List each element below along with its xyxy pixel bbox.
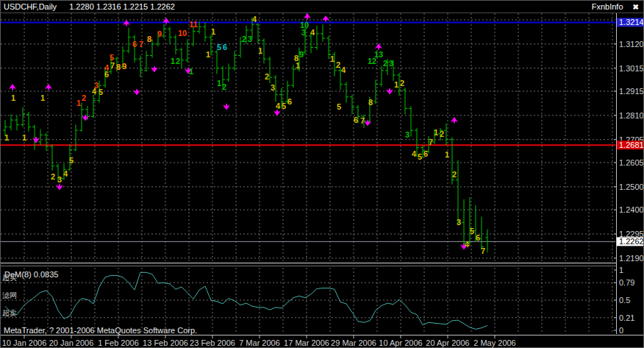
- time-scale-label: 20 Apr 2006: [426, 338, 469, 347]
- time-scale-label: 23 Feb 2006: [190, 338, 235, 347]
- wave-count-label: 8: [116, 63, 121, 71]
- wave-count-label: 8: [147, 35, 151, 43]
- wave-count-label: 5: [418, 152, 422, 161]
- price-scale-label: 1.2500: [619, 182, 644, 191]
- wave-count-label: 1: [189, 67, 193, 76]
- wave-count-label: 3: [271, 83, 275, 92]
- indicator-level-label: 超卖: [2, 309, 17, 317]
- indicator-scale-label: 0.79: [619, 278, 634, 287]
- copyright-text: MetaTrader, ? 2001-2006 MetaQuotes Softw…: [4, 326, 197, 335]
- indicator-level-label: 超买: [2, 274, 17, 282]
- chart-ohlc-values: 1.2280 1.2316 1.2215 1.2262: [69, 2, 175, 11]
- price-tag-value: 1.2681: [619, 141, 644, 149]
- wave-count-label: 6: [223, 43, 227, 52]
- wave-count-label: 13: [374, 50, 383, 59]
- price-scale-label: 1.2810: [619, 111, 644, 120]
- wave-count-label: 2: [383, 59, 387, 68]
- wave-count-label: 2: [242, 35, 246, 43]
- wave-count-label: 4: [252, 15, 257, 24]
- wave-count-label: 5: [337, 102, 341, 111]
- expert-advisor-label: FxnbInfo: [592, 2, 623, 11]
- wave-count-label: 6: [132, 40, 137, 49]
- wave-count-label: 9: [122, 62, 126, 71]
- wave-count-label: 5: [217, 43, 221, 52]
- wave-count-label: 11: [189, 20, 198, 29]
- chart-canvas[interactable]: 1111234512345456789678910111212111561223…: [1, 1, 644, 348]
- time-scale-label: 10 Jan 2006: [2, 338, 47, 347]
- wave-count-label: 6: [287, 97, 292, 106]
- wave-count-label: 2: [51, 172, 55, 181]
- wave-count-label: 9: [299, 50, 304, 59]
- wave-count-label: 2: [176, 57, 180, 65]
- wave-count-label: 1: [76, 99, 81, 107]
- wave-count-label: 10: [178, 29, 187, 38]
- wave-count-label: 4: [465, 240, 470, 249]
- time-scale-label: 10 Apr 2006: [379, 338, 422, 347]
- wave-count-label: 7: [360, 116, 365, 125]
- price-tag-value: 1.3214: [619, 18, 644, 26]
- wave-count-label: 1: [11, 93, 15, 102]
- wave-count-label: 2: [336, 60, 340, 69]
- wave-count-label: 4: [92, 87, 97, 96]
- time-scale-label: 2 May 2006: [473, 338, 515, 347]
- wave-count-label: 4: [63, 169, 68, 178]
- wave-count-label: 9: [157, 29, 162, 38]
- price-scale-label: 1.3015: [619, 64, 644, 73]
- wave-count-label: 1: [445, 150, 449, 159]
- price-scale-label: 1.2605: [619, 158, 644, 167]
- wave-count-label: 3: [248, 35, 252, 43]
- time-scale-label: 7 Mar 2006: [239, 338, 280, 347]
- wave-count-label: 4: [341, 65, 346, 74]
- chart-symbol-title: USDCHF,Daily: [4, 2, 57, 11]
- wave-count-label: 6: [354, 116, 358, 124]
- wave-count-label: 1: [22, 133, 26, 142]
- wave-count-label: 4: [310, 28, 315, 37]
- wave-count-label: 3: [57, 175, 62, 184]
- wave-count-label: 5: [99, 88, 103, 96]
- close-icon[interactable]: ✖: [633, 3, 639, 11]
- indicator-scale-label: 0: [619, 326, 623, 335]
- indicator-scale-label: 0.5: [619, 296, 630, 305]
- wave-count-label: 4: [412, 149, 417, 158]
- wave-count-label: 5: [69, 156, 74, 165]
- wave-count-label: 1: [171, 57, 175, 65]
- wave-count-label: 7: [429, 138, 433, 146]
- wave-count-label: 5: [470, 227, 474, 235]
- wave-count-label: 7: [139, 40, 143, 49]
- chart-title-bar: USDCHF,Daily 1.2280 1.2316 1.2215 1.2262…: [1, 1, 643, 13]
- wave-count-label: 2: [452, 170, 457, 179]
- wave-count-label: 1: [258, 46, 262, 55]
- wave-count-label: 3: [457, 218, 461, 227]
- wave-count-label: 1: [394, 80, 398, 89]
- wave-count-label: 2: [222, 82, 226, 91]
- wave-count-label: 1: [206, 50, 210, 59]
- wave-count-label: 2: [82, 93, 86, 102]
- indicator-scale-label: 1: [619, 266, 623, 274]
- price-tag-value: 1.2262: [619, 237, 644, 246]
- wave-count-label: 1: [330, 54, 334, 63]
- time-scale-label: 20 Jan 2006: [49, 338, 94, 347]
- wave-count-label: 1: [211, 27, 215, 36]
- wave-count-label: 2: [440, 129, 444, 138]
- wave-count-label: 2: [265, 72, 269, 81]
- time-scale-label: 29 Mar 2006: [331, 338, 376, 347]
- price-scale-label: 1.2915: [619, 87, 644, 96]
- indicator-scale-label: 0.21: [619, 313, 634, 322]
- wave-count-label: 6: [104, 70, 109, 79]
- wave-count-label: 1: [434, 128, 438, 137]
- wave-count-label: 3: [301, 28, 306, 37]
- time-scale-label: 13 Feb 2006: [143, 338, 188, 347]
- wave-count-label: 6: [476, 233, 480, 242]
- price-scale-label: 1.2400: [619, 205, 644, 214]
- wave-count-label: 5: [282, 102, 286, 110]
- wave-count-label: 1: [4, 133, 9, 142]
- wave-count-label: 1: [296, 61, 300, 70]
- price-scale-label: 1.2190: [619, 254, 644, 263]
- wave-count-label: 7: [110, 61, 115, 70]
- time-scale-label: 1 Feb 2006: [98, 338, 139, 347]
- chart-background[interactable]: [1, 1, 644, 348]
- wave-count-label: 1: [217, 79, 221, 88]
- wave-count-label: 2: [400, 79, 404, 88]
- wave-count-label: 7: [481, 246, 485, 255]
- wave-count-label: 1: [40, 93, 45, 102]
